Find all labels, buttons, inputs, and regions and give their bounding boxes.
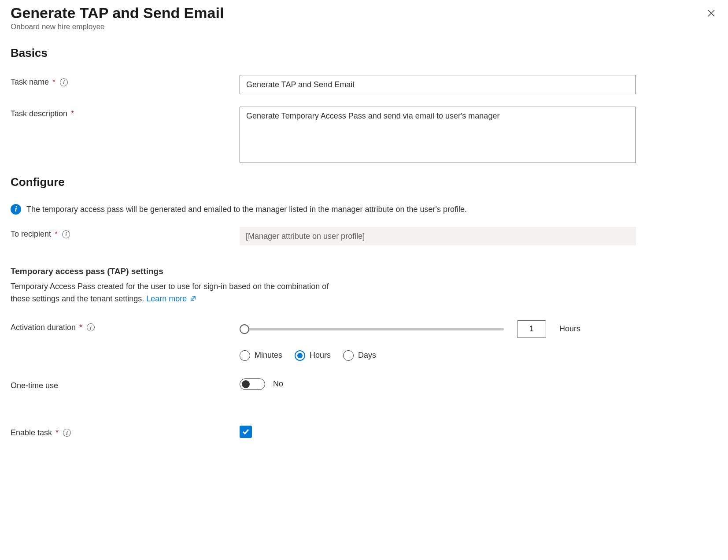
tap-desc-line1: Temporary Access Pass created for the us… xyxy=(11,282,329,291)
close-icon xyxy=(707,9,716,18)
required-indicator: * xyxy=(79,323,82,332)
radio-circle-icon xyxy=(240,350,250,361)
tap-settings-description: Temporary Access Pass created for the us… xyxy=(11,281,477,305)
info-icon[interactable] xyxy=(60,78,68,86)
info-icon[interactable] xyxy=(63,429,71,437)
duration-number-input[interactable] xyxy=(517,320,546,338)
task-description-label: Task description xyxy=(11,109,67,119)
radio-minutes[interactable]: Minutes xyxy=(240,350,282,361)
radio-days-label: Days xyxy=(358,351,376,360)
radio-days[interactable]: Days xyxy=(343,350,376,361)
required-indicator: * xyxy=(55,428,59,438)
required-indicator: * xyxy=(71,109,74,119)
page-title: Generate TAP and Send Email xyxy=(11,4,224,22)
task-description-input[interactable]: Generate Temporary Access Pass and send … xyxy=(240,107,636,163)
learn-more-link[interactable]: Learn more xyxy=(146,294,196,303)
slider-thumb[interactable] xyxy=(240,324,249,334)
task-description-row: Task description * Generate Temporary Ac… xyxy=(11,107,717,163)
activation-duration-row: Activation duration * Hours xyxy=(11,320,717,338)
radio-hours-label: Hours xyxy=(310,351,331,360)
info-banner-text: The temporary access pass will be genera… xyxy=(26,205,467,214)
page-subtitle: Onboard new hire employee xyxy=(11,22,224,31)
one-time-use-toggle[interactable] xyxy=(240,378,265,390)
info-icon[interactable] xyxy=(87,323,95,331)
enable-task-row: Enable task * xyxy=(11,426,717,438)
required-indicator: * xyxy=(55,230,58,239)
task-name-label: Task name xyxy=(11,78,49,87)
one-time-use-row: One-time use No xyxy=(11,378,717,390)
tap-settings-title: Temporary access pass (TAP) settings xyxy=(11,267,717,276)
radio-circle-icon xyxy=(343,350,354,361)
external-link-icon xyxy=(190,295,196,302)
slider-track xyxy=(240,328,504,330)
basics-heading: Basics xyxy=(11,46,717,60)
to-recipient-readonly: [Manager attribute on user profile] xyxy=(240,227,636,245)
learn-more-text: Learn more xyxy=(146,294,187,303)
duration-unit-radio-group: Minutes Hours Days xyxy=(240,350,717,361)
to-recipient-label: To recipient xyxy=(11,230,51,239)
required-indicator: * xyxy=(52,78,55,87)
activation-duration-label: Activation duration xyxy=(11,323,76,332)
to-recipient-row: To recipient * [Manager attribute on use… xyxy=(11,227,717,245)
info-banner: i The temporary access pass will be gene… xyxy=(11,204,717,215)
radio-circle-icon xyxy=(295,350,305,361)
configure-heading: Configure xyxy=(11,175,717,189)
checkmark-icon xyxy=(242,428,250,436)
info-icon[interactable] xyxy=(62,230,70,238)
radio-hours[interactable]: Hours xyxy=(295,350,331,361)
enable-task-label: Enable task xyxy=(11,428,52,438)
task-name-row: Task name * xyxy=(11,75,717,94)
task-name-input[interactable] xyxy=(240,75,636,94)
toggle-knob xyxy=(242,380,250,388)
duration-slider[interactable] xyxy=(240,324,504,334)
one-time-use-label: One-time use xyxy=(11,381,58,390)
toggle-state-text: No xyxy=(273,379,283,389)
info-icon: i xyxy=(11,204,21,215)
radio-minutes-label: Minutes xyxy=(255,351,282,360)
enable-task-checkbox[interactable] xyxy=(240,426,252,438)
duration-unit-label: Hours xyxy=(559,324,580,334)
close-button[interactable] xyxy=(705,7,717,19)
panel-header: Generate TAP and Send Email Onboard new … xyxy=(11,4,717,46)
tap-desc-line2: these settings and the tenant settings. xyxy=(11,294,146,303)
